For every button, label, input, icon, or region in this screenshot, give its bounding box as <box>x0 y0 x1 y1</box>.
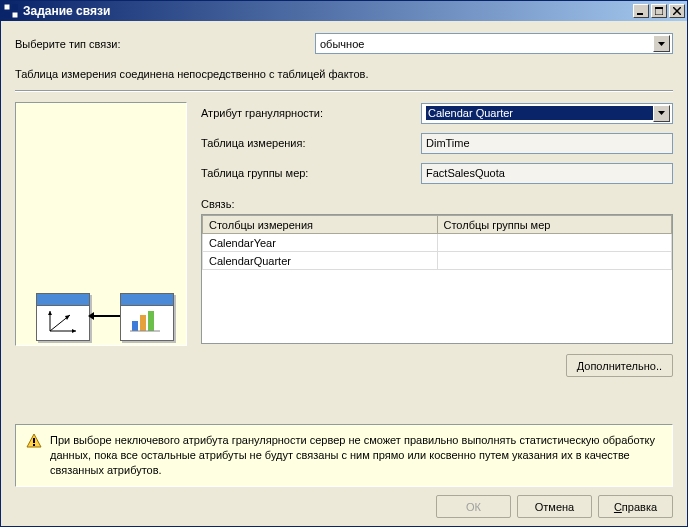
relationship-illustration <box>15 102 187 346</box>
grid-header-dim[interactable]: Столбцы измерения <box>203 216 438 234</box>
table-row[interactable]: CalendarQuarter <box>203 252 672 270</box>
svg-rect-3 <box>12 12 18 18</box>
warning-text: При выборе неключевого атрибута грануляр… <box>50 433 662 478</box>
help-button[interactable]: Справка <box>598 495 673 518</box>
window-controls <box>633 4 685 18</box>
measure-group-table-label: Таблица группы мер: <box>201 167 421 179</box>
warning-box: При выборе неключевого атрибута грануляр… <box>15 424 673 487</box>
window-title: Задание связи <box>23 4 633 18</box>
titlebar: Задание связи <box>1 1 687 21</box>
chevron-down-icon <box>653 105 670 122</box>
svg-rect-2 <box>4 12 10 18</box>
minimize-button[interactable] <box>633 4 649 18</box>
granularity-attr-select[interactable]: Calendar Quarter <box>421 103 673 124</box>
svg-rect-16 <box>132 321 138 331</box>
svg-marker-20 <box>658 111 665 115</box>
cell-dim[interactable]: CalendarQuarter <box>203 252 438 270</box>
close-button[interactable] <box>669 4 685 18</box>
svg-rect-23 <box>33 444 35 446</box>
relationship-grid-label: Связь: <box>201 198 673 210</box>
fact-cube-icon <box>120 293 174 341</box>
grid-header-mg[interactable]: Столбцы группы мер <box>437 216 672 234</box>
svg-rect-6 <box>655 7 663 9</box>
relationship-type-value: обычное <box>320 38 653 50</box>
maximize-button[interactable] <box>651 4 667 18</box>
cell-dim[interactable]: CalendarYear <box>203 234 438 252</box>
svg-marker-14 <box>48 311 52 315</box>
app-icon <box>3 3 19 19</box>
chevron-down-icon <box>653 35 670 52</box>
svg-marker-9 <box>658 42 665 46</box>
measure-group-table-value: FactSalesQuota <box>421 163 673 184</box>
cell-mg[interactable] <box>437 252 672 270</box>
dialog-buttons: ОК Отмена Справка <box>15 495 673 518</box>
svg-rect-0 <box>4 4 10 10</box>
ok-button[interactable]: ОК <box>436 495 511 518</box>
relationship-grid[interactable]: Столбцы измерения Столбцы группы мер Cal… <box>201 214 673 344</box>
dimension-table-value: DimTime <box>421 133 673 154</box>
relationship-type-label: Выберите тип связи: <box>15 38 315 50</box>
relationship-type-hint: Таблица измерения соединена непосредстве… <box>15 68 673 80</box>
table-row[interactable]: CalendarYear <box>203 234 672 252</box>
granularity-attr-value: Calendar Quarter <box>426 106 653 120</box>
dimension-cube-icon <box>36 293 90 341</box>
svg-rect-1 <box>12 4 18 10</box>
warning-icon <box>26 433 42 449</box>
svg-rect-18 <box>148 311 154 331</box>
svg-marker-15 <box>65 315 70 320</box>
cell-mg[interactable] <box>437 234 672 252</box>
cancel-button[interactable]: Отмена <box>517 495 592 518</box>
divider <box>15 90 673 92</box>
link-arrow-icon <box>92 315 120 317</box>
advanced-button[interactable]: Дополнительно.. <box>566 354 673 377</box>
svg-rect-17 <box>140 315 146 331</box>
svg-rect-22 <box>33 438 35 443</box>
dimension-table-label: Таблица измерения: <box>201 137 421 149</box>
dialog-window: Задание связи Выберите тип связи: обычно… <box>0 0 688 527</box>
granularity-attr-label: Атрибут гранулярности: <box>201 107 421 119</box>
relationship-type-select[interactable]: обычное <box>315 33 673 54</box>
svg-rect-4 <box>637 13 643 15</box>
svg-marker-13 <box>72 329 76 333</box>
